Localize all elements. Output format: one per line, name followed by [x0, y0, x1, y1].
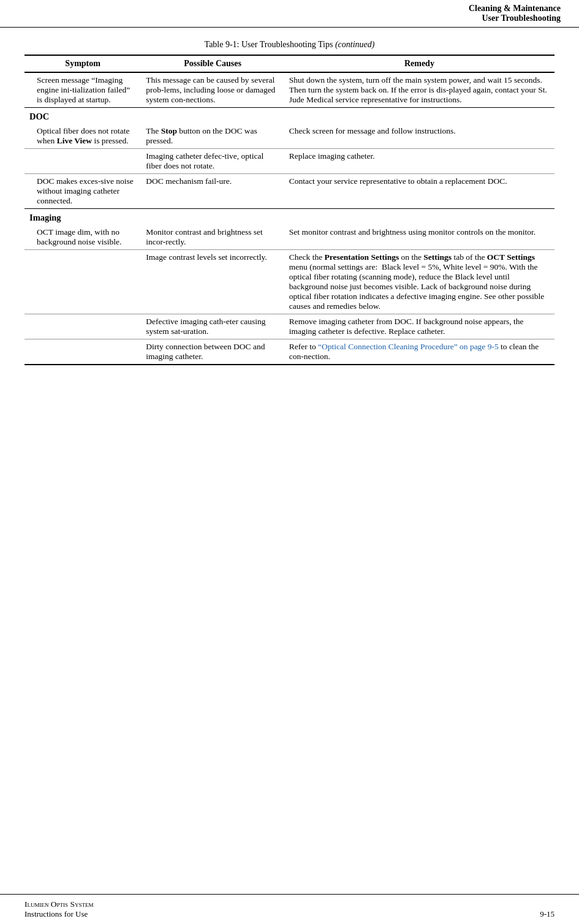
header-line1: Cleaning & Maintenance: [0, 4, 561, 13]
table-row: DOC makes exces-sive noise without imagi…: [25, 174, 554, 209]
remedy-cell: Check the Presentation Settings on the S…: [284, 250, 554, 314]
symptom-cell: [25, 250, 141, 314]
page: Cleaning & Maintenance User Troubleshoot…: [0, 0, 579, 924]
section-label-imaging: Imaging: [25, 209, 554, 225]
symptom-cell: Screen message “Imaging engine ini-tiali…: [25, 72, 141, 108]
remedy-cell: Remove imaging catheter from DOC. If bac…: [284, 314, 554, 339]
causes-cell: Dirty connection between DOC and imaging…: [141, 339, 284, 365]
table-row: Imaging catheter defec-tive, optical fib…: [25, 149, 554, 174]
symptom-cell: DOC makes exces-sive noise without imagi…: [25, 174, 141, 209]
footer-left: Ilumien Optis System Instructions for Us…: [25, 899, 94, 919]
remedy-cell: Refer to “Optical Connection Cleaning Pr…: [284, 339, 554, 365]
table-row: Image contrast levels set incorrectly. C…: [25, 250, 554, 314]
table-row: Screen message “Imaging engine ini-tiali…: [25, 72, 554, 108]
symptom-cell: Optical fiber does not rotate when Live …: [25, 124, 141, 149]
footer-product-name: Ilumien Optis System: [25, 899, 94, 909]
causes-cell: DOC mechanism fail-ure.: [141, 174, 284, 209]
causes-cell: Monitor contrast and brightness set inco…: [141, 225, 284, 250]
remedy-cell: Set monitor contrast and brightness usin…: [284, 225, 554, 250]
table-title: Table 9-1: User Troubleshooting Tips (co…: [25, 40, 554, 50]
section-header-imaging: Imaging: [25, 209, 554, 225]
remedy-cell: Check screen for message and follow inst…: [284, 124, 554, 149]
main-content: Table 9-1: User Troubleshooting Tips (co…: [0, 28, 579, 894]
remedy-cell: Replace imaging catheter.: [284, 149, 554, 174]
remedy-cell: Contact your service representative to o…: [284, 174, 554, 209]
table-row: OCT image dim, with no background noise …: [25, 225, 554, 250]
causes-cell: Image contrast levels set incorrectly.: [141, 250, 284, 314]
causes-cell: Imaging catheter defec-tive, optical fib…: [141, 149, 284, 174]
section-label-doc: DOC: [25, 108, 554, 124]
col-header-causes: Possible Causes: [141, 55, 284, 72]
footer-doc-type: Instructions for Use: [25, 909, 94, 919]
symptom-cell: [25, 314, 141, 339]
symptom-cell: [25, 149, 141, 174]
table-row: Dirty connection between DOC and imaging…: [25, 339, 554, 365]
table-row: Defective imaging cath-eter causing syst…: [25, 314, 554, 339]
header-line2: User Troubleshooting: [0, 13, 561, 23]
remedy-cell: Shut down the system, turn off the main …: [284, 72, 554, 108]
causes-cell: This message can be caused by several pr…: [141, 72, 284, 108]
table-header-row: Symptom Possible Causes Remedy: [25, 55, 554, 72]
section-header-doc: DOC: [25, 108, 554, 124]
col-header-remedy: Remedy: [284, 55, 554, 72]
troubleshooting-table: Symptom Possible Causes Remedy Screen me…: [25, 55, 554, 365]
footer-page-number: 9-15: [540, 909, 554, 919]
optical-cleaning-link[interactable]: “Optical Connection Cleaning Procedure” …: [318, 342, 499, 351]
table-row: Optical fiber does not rotate when Live …: [25, 124, 554, 149]
causes-cell: Defective imaging cath-eter causing syst…: [141, 314, 284, 339]
page-footer: Ilumien Optis System Instructions for Us…: [0, 894, 579, 924]
causes-cell: The Stop button on the DOC was pressed.: [141, 124, 284, 149]
symptom-cell: OCT image dim, with no background noise …: [25, 225, 141, 250]
page-header: Cleaning & Maintenance User Troubleshoot…: [0, 0, 579, 28]
col-header-symptom: Symptom: [25, 55, 141, 72]
symptom-cell: [25, 339, 141, 365]
